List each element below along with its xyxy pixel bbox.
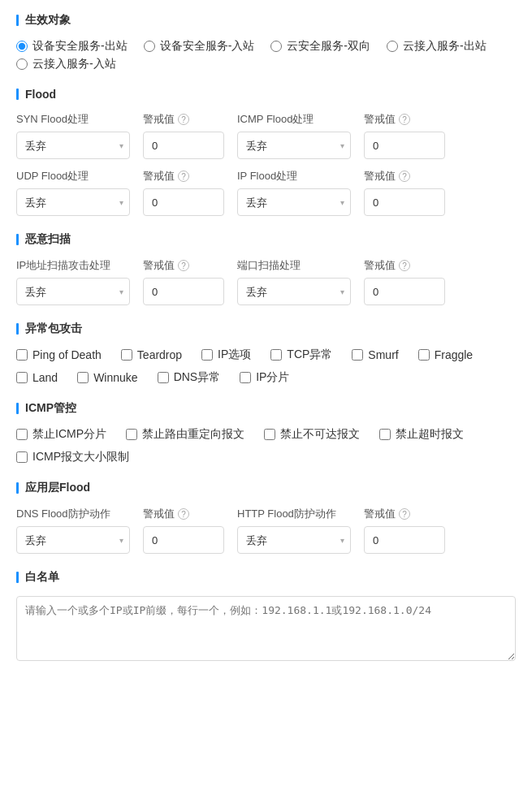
- radio-label-cloudaccess-out: 云接入服务-出站: [403, 39, 487, 54]
- checkbox-input-timeout[interactable]: [379, 429, 391, 440]
- dns-flood-alert-label: 警戒值 ?: [143, 507, 224, 521]
- icmp-monitor-section: ICMP管控 禁止ICMP分片 禁止路由重定向报文 禁止不可达报文 禁止超时报文…: [16, 401, 516, 464]
- checkbox-ip-option[interactable]: IP选项: [201, 348, 251, 362]
- ip-scan-alert-label: 警戒值 ?: [143, 258, 224, 273]
- dns-flood-alert-input[interactable]: [143, 526, 224, 554]
- abnormal-packet-title: 异常包攻击: [16, 322, 516, 336]
- checkbox-label-fraggle: Fraggle: [435, 348, 473, 361]
- radio-cloud-both[interactable]: [270, 41, 282, 52]
- radio-cloudaccess-out[interactable]: [387, 41, 398, 52]
- icmp-flood-help-icon: ?: [399, 114, 410, 125]
- checkbox-input-dns-abnormal[interactable]: [158, 372, 169, 383]
- checkbox-input-unreachable[interactable]: [264, 429, 275, 440]
- udp-flood-label: UDP Flood处理: [16, 169, 130, 184]
- checkbox-label-smurf: Smurf: [368, 348, 398, 361]
- icmp-flood-alert-input[interactable]: [364, 132, 445, 159]
- checkbox-unreachable[interactable]: 禁止不可达报文: [264, 427, 360, 442]
- http-flood-alert-input[interactable]: [364, 526, 445, 554]
- whitelist-title: 白名单: [16, 570, 516, 585]
- radio-item-cloud-both[interactable]: 云安全服务-双向: [270, 39, 370, 54]
- checkbox-timeout[interactable]: 禁止超时报文: [379, 427, 464, 442]
- port-scan-alert-input[interactable]: [364, 278, 445, 305]
- ip-flood-alert-group: 警戒值 ?: [364, 169, 445, 216]
- checkbox-label-tcp-abnormal: TCP异常: [287, 348, 332, 362]
- radio-cloudaccess-in[interactable]: [16, 58, 28, 70]
- checkbox-label-icmp-frag: 禁止ICMP分片: [32, 427, 106, 442]
- ip-flood-select-wrapper: 丢弃告警关闭 ▾: [237, 188, 351, 216]
- checkbox-label-ping-of-death: Ping of Death: [32, 348, 102, 361]
- checkbox-input-route-redirect[interactable]: [126, 429, 137, 440]
- checkbox-smurf[interactable]: Smurf: [352, 348, 398, 362]
- app-flood-title: 应用层Flood: [16, 481, 516, 495]
- ip-scan-select[interactable]: 丢弃告警关闭: [16, 278, 130, 305]
- http-flood-group: HTTP Flood防护动作 丢弃告警关闭 ▾: [237, 507, 351, 554]
- udp-flood-select[interactable]: 丢弃告警关闭: [16, 188, 130, 216]
- icmp-flood-select-wrapper: 丢弃告警关闭 ▾: [237, 132, 351, 159]
- checkbox-input-icmp-size[interactable]: [16, 451, 28, 463]
- checkbox-label-winnuke: Winnuke: [93, 371, 137, 384]
- port-scan-select-wrapper: 丢弃告警关闭 ▾: [237, 278, 351, 305]
- checkbox-input-icmp-frag[interactable]: [16, 429, 28, 440]
- ip-flood-select[interactable]: 丢弃告警关闭: [237, 188, 351, 216]
- icmp-flood-select[interactable]: 丢弃告警关闭: [237, 132, 351, 159]
- abnormal-checkbox-row1: Ping of Death Teardrop IP选项 TCP异常 Smurf …: [16, 348, 516, 362]
- icmp-flood-alert-label: 警戒值 ?: [364, 112, 445, 127]
- http-flood-help-icon: ?: [399, 508, 410, 520]
- dns-flood-select-wrapper: 丢弃告警关闭 ▾: [16, 526, 130, 554]
- checkbox-winnuke[interactable]: Winnuke: [77, 370, 137, 385]
- checkbox-input-land[interactable]: [16, 372, 28, 383]
- checkbox-fraggle[interactable]: Fraggle: [418, 348, 473, 362]
- udp-flood-alert-label: 警戒值 ?: [143, 169, 224, 184]
- checkbox-input-ip-option[interactable]: [201, 349, 213, 361]
- checkbox-teardrop[interactable]: Teardrop: [121, 348, 182, 362]
- checkbox-land[interactable]: Land: [16, 370, 58, 385]
- checkbox-label-teardrop: Teardrop: [137, 348, 182, 361]
- ip-flood-alert-input[interactable]: [364, 188, 445, 216]
- checkbox-input-teardrop[interactable]: [121, 349, 132, 361]
- radio-label-device-out: 设备安全服务-出站: [32, 39, 128, 54]
- checkbox-ping-of-death[interactable]: Ping of Death: [16, 348, 102, 362]
- checkbox-ip-frag[interactable]: IP分片: [240, 370, 289, 385]
- checkbox-input-tcp-abnormal[interactable]: [270, 349, 282, 361]
- scan-row-1: IP地址扫描攻击处理 丢弃告警关闭 ▾ 警戒值 ? 端口扫描处理 丢弃告警关闭 …: [16, 258, 516, 305]
- radio-item-device-out[interactable]: 设备安全服务-出站: [16, 39, 128, 54]
- port-scan-alert-group: 警戒值 ?: [364, 258, 445, 305]
- radio-label-cloud-both: 云安全服务-双向: [287, 39, 370, 54]
- checkbox-input-smurf[interactable]: [352, 349, 363, 361]
- checkbox-label-unreachable: 禁止不可达报文: [280, 427, 360, 442]
- checkbox-input-winnuke[interactable]: [77, 372, 89, 383]
- flood-row-2: UDP Flood处理 丢弃告警关闭 ▾ 警戒值 ? IP Flood处理 丢弃…: [16, 169, 516, 216]
- dns-flood-select[interactable]: 丢弃告警关闭: [16, 526, 130, 554]
- checkbox-input-ip-frag[interactable]: [240, 372, 251, 383]
- http-flood-select[interactable]: 丢弃告警关闭: [237, 526, 351, 554]
- syn-flood-help-icon: ?: [178, 114, 189, 125]
- radio-item-device-in[interactable]: 设备安全服务-入站: [144, 39, 255, 54]
- checkbox-tcp-abnormal[interactable]: TCP异常: [270, 348, 332, 362]
- checkbox-input-fraggle[interactable]: [418, 349, 430, 361]
- ip-scan-alert-input[interactable]: [143, 278, 224, 305]
- ip-flood-label: IP Flood处理: [237, 169, 351, 184]
- radio-item-cloudaccess-in[interactable]: 云接入服务-入站: [16, 57, 116, 71]
- port-scan-select[interactable]: 丢弃告警关闭: [237, 278, 351, 305]
- checkbox-icmp-size[interactable]: ICMP报文大小限制: [16, 450, 129, 464]
- malicious-scan-section: 恶意扫描 IP地址扫描攻击处理 丢弃告警关闭 ▾ 警戒值 ? 端口扫描处理 丢弃…: [16, 232, 516, 305]
- radio-item-cloudaccess-out[interactable]: 云接入服务-出站: [387, 39, 487, 54]
- whitelist-textarea[interactable]: [16, 596, 516, 661]
- checkbox-dns-abnormal[interactable]: DNS异常: [158, 370, 221, 385]
- dns-flood-group: DNS Flood防护动作 丢弃告警关闭 ▾: [16, 507, 130, 554]
- syn-flood-alert-input[interactable]: [143, 132, 224, 159]
- syn-flood-select[interactable]: 丢弃告警关闭: [16, 132, 130, 159]
- ip-flood-alert-label: 警戒值 ?: [364, 169, 445, 184]
- checkbox-route-redirect[interactable]: 禁止路由重定向报文: [126, 427, 244, 442]
- radio-device-out[interactable]: [16, 41, 28, 52]
- checkbox-label-icmp-size: ICMP报文大小限制: [32, 450, 129, 464]
- http-flood-alert-group: 警戒值 ?: [364, 507, 445, 554]
- udp-flood-alert-input[interactable]: [143, 188, 224, 216]
- checkbox-label-land: Land: [32, 371, 58, 384]
- ip-scan-label: IP地址扫描攻击处理: [16, 258, 130, 273]
- checkbox-icmp-frag[interactable]: 禁止ICMP分片: [16, 427, 106, 442]
- checkbox-input-ping-of-death[interactable]: [16, 349, 28, 361]
- syn-flood-alert-group: 警戒值 ?: [143, 112, 224, 159]
- radio-device-in[interactable]: [144, 41, 155, 52]
- flood-title: Flood: [16, 88, 516, 101]
